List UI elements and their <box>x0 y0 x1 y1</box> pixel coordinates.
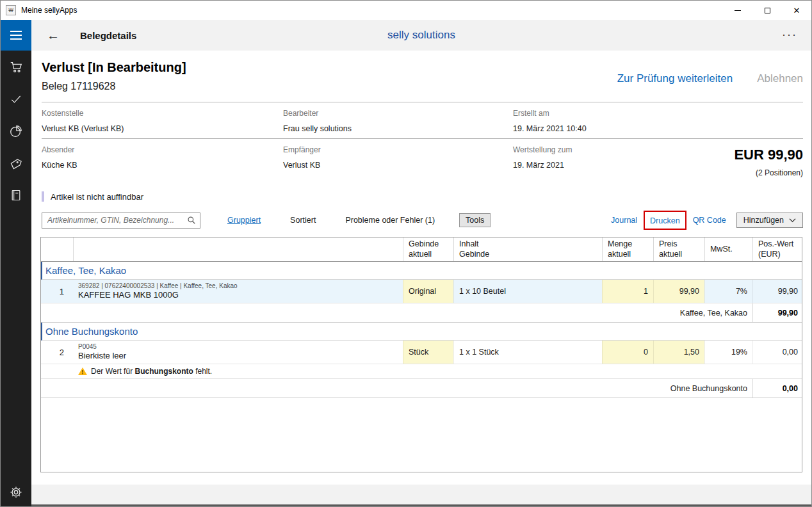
chevron-down-icon <box>789 218 796 223</box>
reject-button[interactable]: Ablehnen <box>757 72 803 85</box>
search-icon <box>187 216 196 225</box>
article-name: KAFFEE HAG MKB 1000G <box>78 290 179 301</box>
field-absender: Absender Küche KB <box>42 145 283 186</box>
drucken-highlight-box: Drucken <box>644 211 686 230</box>
table-empty-area <box>41 398 802 472</box>
warning-icon <box>78 367 87 375</box>
filter-gruppiert[interactable]: Gruppiert <box>227 216 261 225</box>
sidebar-item-approvals[interactable] <box>8 92 24 107</box>
qr-code-link[interactable]: QR Code <box>693 216 726 225</box>
pos-wert-cell: 0,00 <box>752 341 803 364</box>
mwst-cell: 7% <box>704 280 752 303</box>
col-gebinde-aktuell: Gebinde aktuell <box>403 237 453 261</box>
maximize-button[interactable] <box>752 1 782 20</box>
mwst-cell: 19% <box>704 341 752 364</box>
row-number: 2 <box>41 341 73 364</box>
col-mwst: MwSt. <box>704 237 752 261</box>
sidebar-item-settings[interactable] <box>8 485 24 500</box>
preis-cell[interactable]: 99,90 <box>653 280 704 303</box>
minimize-icon <box>735 10 741 11</box>
gebinde-cell[interactable]: Stück <box>403 341 453 364</box>
gear-icon <box>9 485 23 499</box>
window-title: Meine sellyApps <box>21 6 77 15</box>
pie-chart-icon <box>9 124 23 138</box>
field-bearbeiter: Bearbeiter Frau selly solutions <box>283 109 513 138</box>
close-button[interactable]: ✕ <box>782 1 811 20</box>
article-description: P0045 Bierkiste leer <box>73 341 403 364</box>
group-subtotal-ohne-buchungskonto: Ohne Buchungskonto 0,00 <box>41 379 802 398</box>
col-inhalt-gebinde: Inhalt Gebinde <box>453 237 602 261</box>
field-kostenstelle: Kostenstelle Verlust KB (Verlust KB) <box>42 109 283 138</box>
field-wertstellung: Wertstellung zum 19. März 2021 <box>513 145 673 186</box>
article-name: Bierkiste leer <box>78 351 126 362</box>
total-amount: EUR 99,90 <box>673 147 803 163</box>
table-header-row: Gebinde aktuell Inhalt Gebinde Menge akt… <box>41 237 802 262</box>
maximize-icon <box>765 8 770 13</box>
menge-cell[interactable]: 1 <box>602 280 653 303</box>
preis-cell[interactable]: 1,50 <box>653 341 704 364</box>
group-header-ohne-buchungskonto[interactable]: Ohne Buchungskonto <box>41 323 802 341</box>
app-window: w Meine sellyApps ✕ <box>0 0 812 507</box>
app-header: ← Belegdetails selly solutions ··· <box>31 20 811 51</box>
app-center-title: selly solutions <box>31 29 811 42</box>
menu-button[interactable] <box>1 20 31 51</box>
sidebar-item-journal[interactable] <box>8 188 24 203</box>
pos-wert-cell: 99,90 <box>752 280 803 303</box>
hamburger-icon <box>10 31 22 32</box>
col-menge-aktuell: Menge aktuell <box>602 237 653 261</box>
inhalt-cell: 1 x 10 Beutel <box>453 280 602 303</box>
note-color-bar <box>42 191 44 202</box>
article-meta: 369282 | 07622400002533 | Kaffee | Kaffe… <box>78 282 238 290</box>
titlebar: w Meine sellyApps ✕ <box>1 1 811 20</box>
article-meta: P0045 <box>78 342 97 351</box>
sidebar-item-tags[interactable] <box>8 156 24 171</box>
filter-probleme-oder-fehler[interactable]: Probleme oder Fehler (1) <box>345 216 435 225</box>
field-empfaenger: Empfänger Verlust KB <box>283 145 513 186</box>
position-row-1[interactable]: 1 369282 | 07622400002533 | Kaffee | Kaf… <box>41 280 802 303</box>
document-number: Beleg 17119628 <box>42 81 186 92</box>
cart-icon <box>9 60 23 74</box>
gebinde-cell[interactable]: Original <box>403 280 453 303</box>
position-row-2[interactable]: 2 P0045 Bierkiste leer Stück 1 x 1 Stück… <box>41 341 802 364</box>
row-number: 1 <box>41 280 73 303</box>
sidebar-item-reports[interactable] <box>8 124 24 139</box>
forward-for-review-button[interactable]: Zur Prüfung weiterleiten <box>617 72 733 85</box>
hinzufuegen-button[interactable]: Hinzufügen <box>736 213 803 228</box>
app-logo-icon: w <box>6 5 16 15</box>
search-input[interactable] <box>47 216 187 225</box>
row-warning: Der Wert für Buchungskonto fehlt. <box>41 364 802 379</box>
field-erstellt-am: Erstellt am 19. März 2021 10:40 <box>513 109 673 138</box>
note-text: Artikel ist nicht auffindbar <box>51 192 143 202</box>
menge-cell[interactable]: 0 <box>602 341 653 364</box>
search-box[interactable] <box>42 213 200 229</box>
total-positions: (2 Positionen) <box>673 168 803 177</box>
positions-table: Gebinde aktuell Inhalt Gebinde Menge akt… <box>40 237 802 472</box>
sidebar-item-cart[interactable] <box>8 60 24 75</box>
document-title: Verlust [In Bearbeitung] <box>42 60 186 75</box>
inhalt-cell: 1 x 1 Stück <box>453 341 602 364</box>
minimize-button[interactable] <box>723 1 752 20</box>
more-options-button[interactable]: ··· <box>782 33 797 37</box>
tools-button[interactable]: Tools <box>459 213 491 227</box>
close-icon: ✕ <box>793 6 800 15</box>
journal-link[interactable]: Journal <box>611 216 637 225</box>
group-header-kaffee[interactable]: Kaffee, Tee, Kakao <box>41 262 802 280</box>
note-line: Artikel ist nicht auffindbar <box>42 190 803 203</box>
col-pos-wert: Pos.-Wert (EUR) <box>752 237 803 261</box>
positions-toolbar: Gruppiert Sortiert Probleme oder Fehler … <box>42 212 803 229</box>
filter-sortiert[interactable]: Sortiert <box>290 216 316 225</box>
group-subtotal-kaffee: Kaffee, Tee, Kakao 99,90 <box>41 303 802 323</box>
drucken-link[interactable]: Drucken <box>650 216 680 225</box>
article-description: 369282 | 07622400002533 | Kaffee | Kaffe… <box>73 280 403 303</box>
col-preis-aktuell: Preis aktuell <box>653 237 704 261</box>
content: Verlust [In Bearbeitung] Beleg 17119628 … <box>31 51 811 485</box>
back-button[interactable]: ← <box>47 29 60 42</box>
tag-icon <box>9 156 23 170</box>
check-icon <box>10 93 22 106</box>
sidebar <box>1 20 31 506</box>
page-title: Belegdetails <box>80 30 136 41</box>
footer-bar <box>31 485 811 506</box>
book-icon <box>10 189 22 202</box>
